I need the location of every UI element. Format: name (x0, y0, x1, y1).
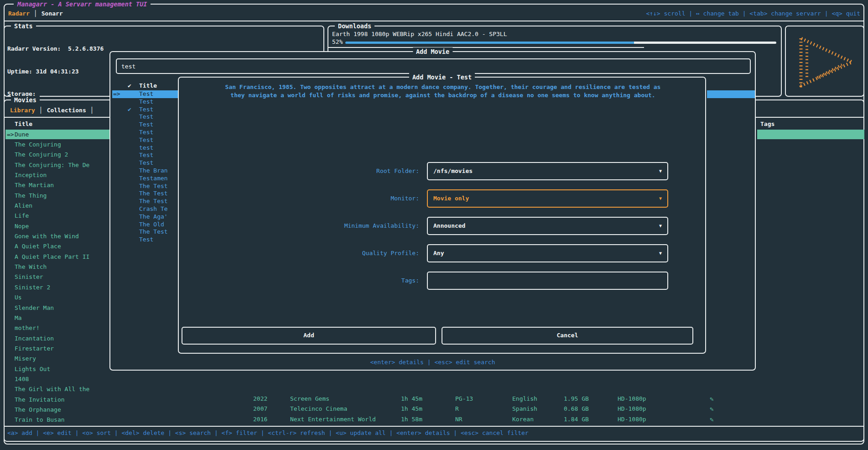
app-title: Managarr - A Servarr management TUI (14, 0, 151, 8)
movie-table-row[interactable]: 2022 Screen Gems 1h 45m PG-13 English 1.… (179, 394, 863, 404)
movie-runtime: 1h 45m (401, 394, 422, 404)
movie-list-item[interactable]: A Quiet Place (15, 241, 113, 251)
search-result-title: Test (139, 159, 153, 167)
movie-list-item[interactable]: The Conjuring 2 (15, 150, 113, 160)
movie-list-item[interactable]: Sinister (15, 272, 113, 282)
movie-studio: Screen Gems (290, 394, 329, 404)
search-result-row[interactable]: => ✔ The Aga' (112, 213, 179, 221)
movie-list-item[interactable]: Ma (15, 313, 113, 323)
search-result-row[interactable]: => ✔ Test (112, 113, 179, 121)
movie-studio: Next Entertainment World (290, 414, 376, 424)
search-result-row[interactable]: => ✔ Crash Te (112, 205, 179, 213)
tags-input[interactable] (428, 272, 667, 289)
movie-table-row[interactable]: 2007 Telecinco Cinema 1h 45m R Spanish 0… (179, 404, 863, 414)
movie-detail-rows: 2022 Screen Gems 1h 45m PG-13 English 1.… (179, 394, 863, 424)
movie-list-item[interactable]: Slender Man (15, 303, 113, 313)
search-result-row[interactable]: => ✔ Test (112, 106, 179, 114)
movie-list-item[interactable]: The Girl with All the (15, 384, 113, 394)
search-result-title: Test (139, 236, 153, 244)
search-result-row[interactable]: => ✔ The Test (112, 198, 179, 205)
movie-list-item[interactable]: The Orphanage (15, 405, 113, 415)
radarr-play-logo-icon (794, 36, 858, 89)
downloads-divider (328, 47, 644, 48)
search-result-title: The Test (139, 198, 168, 205)
movie-list-item[interactable]: Lights Out (15, 364, 113, 374)
search-result-row[interactable]: => ✔ Test (112, 236, 179, 244)
movie-list-item[interactable]: The Martian (15, 180, 113, 190)
search-result-row[interactable]: => ✔ Testamen (112, 175, 179, 183)
search-result-title: Test (139, 90, 153, 98)
download-progress-remainder (634, 42, 776, 44)
tab-sonarr[interactable]: Sonarr (42, 10, 63, 17)
search-result-title: Test (139, 152, 153, 159)
movie-runtime: 1h 58m (401, 414, 422, 424)
search-result-row[interactable]: => ✔ The Test (112, 190, 179, 198)
movie-list-item[interactable]: The Conjuring: The De (15, 160, 113, 170)
movie-list-item[interactable]: A Quiet Place Part II (15, 252, 113, 262)
tab-separator: │ (39, 107, 43, 114)
selection-arrow: => (113, 90, 120, 98)
download-item-title: Earth 1998 1080p WEBRip x265 Hindi AAC2.… (332, 31, 507, 37)
selection-arrow: => (7, 130, 14, 139)
servarr-tabs: Radarr│Sonarr (8, 9, 63, 19)
movies-tabs: Library│Collections│ (10, 105, 98, 115)
movie-table-row[interactable]: 2016 Next Entertainment World 1h 58m NR … (179, 414, 863, 424)
movie-list-item[interactable]: The Witch (15, 262, 113, 272)
download-percent-label: 52% (332, 38, 343, 45)
movie-language: Spanish (512, 404, 537, 414)
root-folder-select[interactable]: /nfs/movies ▼ (427, 162, 668, 180)
search-result-row[interactable]: => ✔ Test (112, 121, 179, 129)
movie-list-item[interactable]: Nope (15, 221, 113, 231)
tags-label: Tags: (288, 277, 419, 285)
search-result-row[interactable]: => ✔ The Test (112, 228, 179, 236)
minimum-availability-select[interactable]: Announced ▼ (427, 217, 668, 235)
search-result-row[interactable]: => ✔ Test (112, 90, 179, 98)
movie-list-item[interactable]: Train to Busan (15, 415, 113, 425)
movie-search-input[interactable] (117, 59, 750, 73)
tab-collections[interactable]: Collections (47, 107, 86, 114)
quality-profile-select[interactable]: Any ▼ (427, 244, 668, 262)
minimum-availability-value: Announced (433, 218, 465, 234)
stats-panel-title: Stats (11, 22, 36, 31)
edit-pencil-icon: ✎ (710, 404, 713, 414)
tab-radarr[interactable]: Radarr (8, 10, 30, 17)
movie-list-item[interactable]: Incantation (15, 334, 113, 344)
search-result-row[interactable]: => ✔ Test (112, 129, 179, 136)
monitor-select[interactable]: Movie only ▼ (427, 189, 668, 208)
search-result-row[interactable]: => ✔ The Old (112, 221, 179, 229)
movie-list-item[interactable]: The Invitation (15, 395, 113, 405)
movie-list-item[interactable]: 1408 (15, 374, 113, 384)
search-result-row[interactable]: => ✔ The Bran (112, 167, 179, 175)
results-column-header: Title (139, 82, 157, 89)
cancel-button[interactable]: Cancel (442, 327, 693, 345)
movie-list-item[interactable]: Inception (15, 170, 113, 180)
root-folder-label: Root Folder: (288, 167, 419, 175)
search-result-row[interactable]: => ✔ Test (112, 136, 179, 144)
minimum-availability-label: Minimum Availability: (288, 222, 419, 230)
edit-pencil-icon: ✎ (710, 414, 713, 424)
movie-list-item[interactable]: Gone with the Wind (15, 231, 113, 241)
selected-movie-row[interactable]: => Dune (5, 130, 109, 139)
search-result-title: Testamen (139, 175, 168, 183)
movie-list-item[interactable]: The Conjuring (15, 140, 113, 150)
movie-list-item[interactable]: Life (15, 211, 113, 221)
search-result-row[interactable]: => ✔ The Test (112, 183, 179, 190)
search-result-row[interactable]: => ✔ Test (112, 98, 179, 106)
search-result-row[interactable]: => ✔ test (112, 144, 179, 152)
search-result-title: Test (139, 129, 153, 136)
search-result-row[interactable]: => ✔ Test (112, 152, 179, 159)
search-result-title: The Test (139, 190, 168, 198)
movie-list-item[interactable]: Sinister 2 (15, 283, 113, 293)
movie-list-item[interactable]: mother! (15, 323, 113, 333)
tab-library[interactable]: Library (10, 107, 35, 114)
movie-list-item[interactable]: Firestarter (15, 344, 113, 354)
movie-list-item[interactable]: Us (15, 293, 113, 303)
quality-profile-value: Any (433, 245, 444, 262)
movie-list-item[interactable]: The Thing (15, 191, 113, 201)
movie-year: 2022 (253, 394, 267, 404)
monitored-column-header-check-icon: ✔ (128, 82, 131, 89)
movie-list-item[interactable]: Alien (15, 201, 113, 211)
movie-list-item[interactable]: Misery (15, 354, 113, 364)
search-result-row[interactable]: => ✔ Test (112, 159, 179, 167)
add-button[interactable]: Add (182, 327, 436, 345)
